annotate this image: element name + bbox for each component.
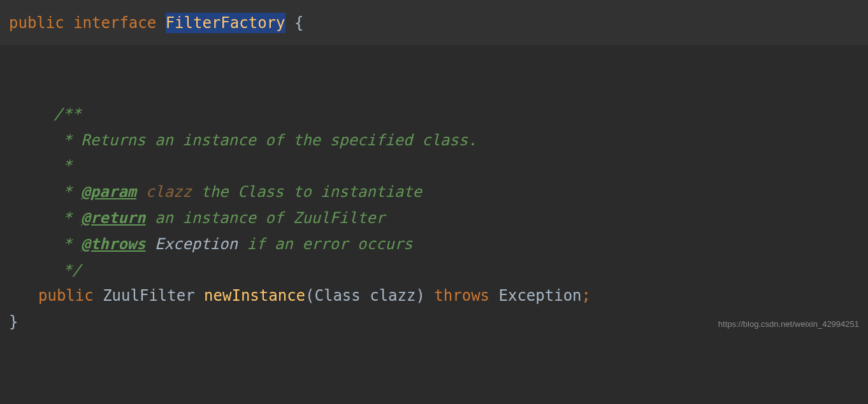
keyword-interface: interface [73, 14, 156, 32]
code-line-declaration[interactable]: public interface FilterFactory { [0, 0, 868, 45]
javadoc-desc[interactable]: * Returns an instance of the specified c… [0, 127, 868, 154]
code-editor[interactable]: public interface FilterFactory { /** * R… [0, 0, 868, 335]
javadoc-return[interactable]: * @return an instance of ZuulFilter [0, 205, 868, 231]
semicolon: ; [582, 287, 591, 305]
method-declaration[interactable]: public ZuulFilter newInstance(Class claz… [0, 283, 868, 309]
doc-tag-throws: @throws [81, 235, 145, 253]
watermark: https://blog.csdn.net/weixin_42994251 [718, 317, 859, 331]
exception-type: Exception [489, 287, 582, 305]
javadoc-open[interactable]: /** [0, 101, 868, 127]
doc-throws-class: Exception [146, 235, 238, 253]
doc-tag-param: @param [81, 183, 136, 201]
close-brace: } [9, 313, 18, 331]
blank-line [0, 45, 868, 73]
doc-param-name: clazz [136, 183, 192, 201]
javadoc-param[interactable]: * @param clazz the Class to instantiate [0, 179, 868, 205]
doc-tag-return: @return [81, 209, 145, 227]
keyword-public: public [9, 14, 64, 32]
keyword-public: public [38, 287, 94, 305]
javadoc-throws[interactable]: * @throws Exception if an error occurs [0, 231, 868, 257]
param-type: Class [315, 287, 370, 305]
open-brace: { [286, 14, 304, 32]
blank-line [0, 73, 868, 101]
param-name: clazz [370, 287, 416, 305]
javadoc-close[interactable]: */ [0, 257, 868, 284]
keyword-throws: throws [434, 287, 489, 305]
return-type: ZuulFilter [94, 287, 204, 305]
javadoc-empty[interactable]: * [0, 153, 868, 179]
method-name: newInstance [204, 287, 305, 305]
interface-name-highlighted[interactable]: FilterFactory [166, 13, 286, 33]
